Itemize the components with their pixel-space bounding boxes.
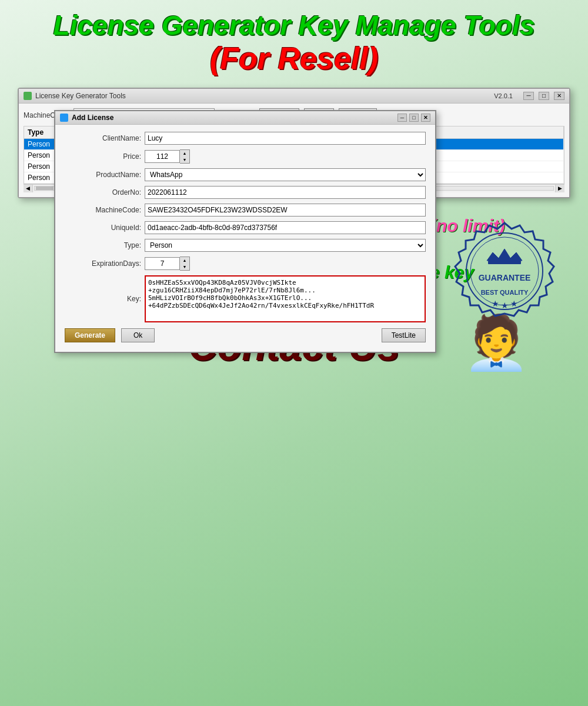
svg-text:★: ★ [492, 299, 499, 308]
expiration-days-label: ExpirationDays: [65, 259, 141, 268]
add-license-dialog: Add License ─ □ ✕ ClientName: Price: ▲ [54, 110, 436, 353]
svg-point-1 [466, 233, 543, 309]
expiration-days-spinner: ▲ ▼ [145, 257, 190, 271]
window-title: License Key Generator Tools [35, 92, 126, 100]
price-row: Price: ▲ ▼ [65, 149, 426, 164]
version-label: V2.0.1 [494, 92, 513, 99]
key-label: Key: [65, 295, 141, 303]
sub-title: (For Resell) [12, 41, 576, 76]
scroll-left-button[interactable]: ◀ [24, 185, 33, 192]
machine-code-row: MachineCode: [65, 204, 426, 217]
price-label: Price: [65, 152, 141, 161]
title-bar: License Key Generator Tools V2.0.1 ─ □ ✕ [19, 89, 569, 104]
order-no-row: OrderNo: [65, 186, 426, 199]
price-input[interactable] [145, 150, 180, 163]
app-icon [24, 92, 32, 100]
type-label: Type: [65, 241, 141, 249]
scroll-right-button[interactable]: ▶ [555, 185, 564, 192]
dialog-buttons: Generate Ok TestLite [65, 328, 426, 345]
dialog-title-text: Add License [72, 114, 113, 122]
product-name-select[interactable]: WhatsApp [145, 168, 426, 181]
dialog-win-buttons: ─ □ ✕ [397, 114, 430, 122]
dialog-body: ClientName: Price: ▲ ▼ ProductName: Wha [55, 125, 435, 352]
dialog-maximize-button[interactable]: □ [409, 114, 419, 122]
client-name-label: ClientName: [65, 134, 141, 142]
product-name-row: ProductName: WhatsApp [65, 168, 426, 181]
dialog-title-bar: Add License ─ □ ✕ [55, 111, 435, 125]
order-no-input[interactable] [145, 186, 426, 199]
unique-id-row: UniqueId: [65, 221, 426, 234]
testlite-button[interactable]: TestLite [382, 328, 426, 342]
guarantee-stamp: ★ ★ ★ GUARANTEE BEST QUALITY [452, 218, 557, 324]
dialog-minimize-button[interactable]: ─ [397, 114, 407, 122]
type-select[interactable]: Person [145, 239, 426, 252]
order-no-label: OrderNo: [65, 188, 141, 197]
close-button[interactable]: ✕ [554, 92, 564, 100]
dialog-title-left: Add License [60, 114, 113, 122]
unique-id-input[interactable] [145, 221, 426, 234]
key-textarea[interactable]: 0sHHZEaS5xxVOQp43KD8qAz05VJV0vcjWSIkte +… [145, 275, 426, 322]
expiration-days-down-button[interactable]: ▼ [180, 264, 189, 270]
header: License Generator Key Manage Tools (For … [0, 0, 588, 82]
generate-button[interactable]: Generate [65, 328, 115, 342]
unique-id-label: UniqueId: [65, 224, 141, 232]
scroll-thumb[interactable] [36, 187, 54, 190]
client-name-row: ClientName: [65, 132, 426, 145]
price-up-button[interactable]: ▲ [180, 150, 189, 156]
dialog-icon [60, 114, 68, 122]
expiration-days-spinner-buttons: ▲ ▼ [180, 257, 190, 271]
svg-text:BEST QUALITY: BEST QUALITY [481, 289, 529, 296]
minimize-button[interactable]: ─ [523, 92, 534, 100]
price-spinner-buttons: ▲ ▼ [180, 149, 190, 164]
price-spinner: ▲ ▼ [145, 149, 190, 164]
svg-text:★: ★ [501, 301, 509, 310]
main-title: License Generator Key Manage Tools [12, 11, 576, 41]
svg-marker-3 [487, 249, 522, 261]
main-window: License Key Generator Tools V2.0.1 ─ □ ✕… [18, 88, 570, 198]
svg-rect-4 [488, 261, 521, 264]
ok-button[interactable]: Ok [121, 328, 155, 342]
machine-code-dialog-input[interactable] [145, 204, 426, 217]
product-name-label: ProductName: [65, 171, 141, 179]
svg-text:★: ★ [510, 299, 518, 308]
key-row: Key: 0sHHZEaS5xxVOQp43KD8qAz05VJV0vcjWSI… [65, 275, 426, 322]
svg-text:GUARANTEE: GUARANTEE [479, 273, 531, 282]
type-row: Type: Person [65, 239, 426, 252]
dialog-close-button[interactable]: ✕ [421, 114, 430, 122]
machine-code-label-dialog: MachineCode: [65, 206, 141, 214]
price-down-button[interactable]: ▼ [180, 156, 189, 163]
client-name-input[interactable] [145, 132, 426, 145]
expiration-days-row: ExpirationDays: ▲ ▼ [65, 257, 426, 271]
title-bar-left: License Key Generator Tools [24, 92, 126, 100]
expiration-days-up-button[interactable]: ▲ [180, 257, 189, 264]
expiration-days-input[interactable] [145, 257, 180, 270]
maximize-button[interactable]: □ [539, 92, 549, 100]
